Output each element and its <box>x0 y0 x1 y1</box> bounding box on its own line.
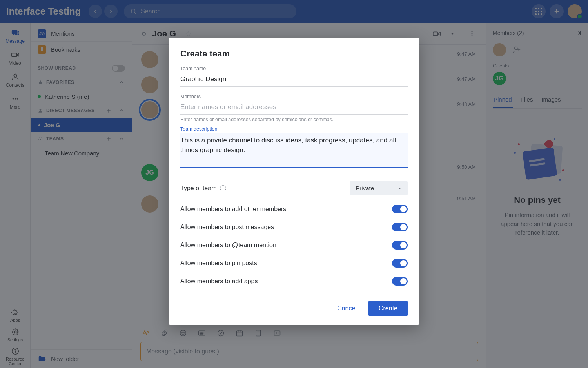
create-team-modal: Create team Team name Members Enter name… <box>169 38 419 325</box>
toggle-team-mention[interactable] <box>392 241 408 250</box>
svg-marker-51 <box>399 188 401 189</box>
chevron-down-icon <box>397 186 402 191</box>
team-name-input[interactable] <box>180 73 408 87</box>
modal-title: Create team <box>180 49 408 59</box>
team-name-label: Team name <box>180 66 408 71</box>
toggle-add-members[interactable] <box>392 205 408 213</box>
type-of-team-label: Type of team <box>180 185 217 192</box>
description-label: Team description <box>180 126 408 132</box>
opt-pin-label: Allow members to pin posts <box>180 260 257 267</box>
members-input[interactable] <box>180 101 408 115</box>
opt-post-label: Allow members to post messages <box>180 224 274 231</box>
info-icon[interactable]: i <box>220 185 226 191</box>
team-description-input[interactable] <box>180 133 408 168</box>
toggle-pin-posts[interactable] <box>392 259 408 268</box>
opt-apps-label: Allow members to add apps <box>180 278 258 285</box>
members-label: Members <box>180 94 408 99</box>
modal-overlay[interactable]: Create team Team name Members Enter name… <box>0 0 588 368</box>
toggle-add-apps[interactable] <box>392 277 408 286</box>
type-of-team-select[interactable]: Private <box>350 181 408 195</box>
cancel-button[interactable]: Cancel <box>335 301 359 316</box>
opt-add-members-label: Allow members to add other members <box>180 206 286 213</box>
create-button[interactable]: Create <box>368 301 408 316</box>
members-hint: Enter names or email addresses separated… <box>180 117 408 122</box>
toggle-post-messages[interactable] <box>392 223 408 231</box>
opt-mention-label: Allow members to @team mention <box>180 242 276 249</box>
